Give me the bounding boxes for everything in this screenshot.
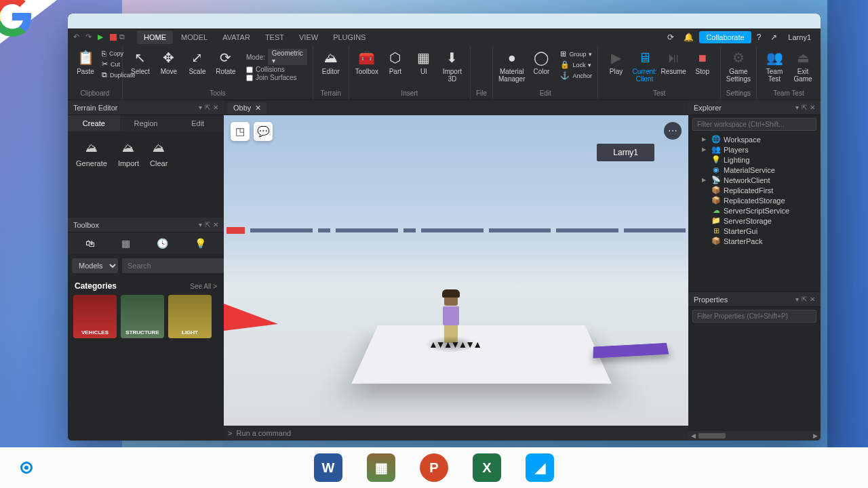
close-icon[interactable]: ✕ bbox=[810, 104, 815, 111]
pin-icon[interactable]: ⇱ bbox=[802, 296, 807, 303]
command-bar[interactable]: >Run a command bbox=[224, 426, 688, 441]
search-input[interactable] bbox=[122, 258, 226, 273]
explorer-filter-input[interactable] bbox=[692, 118, 816, 131]
terrain-editor-button[interactable]: ⛰Editor bbox=[319, 49, 343, 75]
pin-icon[interactable]: ⇱ bbox=[802, 104, 807, 111]
clear-button[interactable]: ⛰Clear bbox=[150, 141, 167, 167]
close-icon[interactable]: ✕ bbox=[213, 104, 218, 111]
explorer-tree[interactable]: ▶🌐Workspace▶👥Players💡Lighting◉MaterialSe… bbox=[688, 133, 821, 291]
viewport-menu-icon[interactable]: ⋯ bbox=[664, 122, 682, 140]
join-surfaces-checkbox[interactable]: Join Surfaces bbox=[246, 74, 307, 81]
tree-node[interactable]: 💡Lighting bbox=[691, 155, 818, 165]
terrain-tab-region[interactable]: Region bbox=[120, 115, 172, 131]
anchor-button[interactable]: ⚓Anchor bbox=[560, 70, 592, 81]
select-button[interactable]: ↖Select bbox=[128, 49, 153, 75]
tree-node[interactable]: 📦StarterPack bbox=[691, 236, 818, 246]
mode-selector[interactable]: Mode:Geometric ▾ bbox=[246, 49, 307, 65]
share-icon[interactable]: ↗ bbox=[770, 33, 777, 42]
rotate-button[interactable]: ⟳Rotate bbox=[214, 49, 238, 75]
collisions-checkbox[interactable]: Collisions bbox=[246, 66, 307, 73]
tree-node[interactable]: ◉MaterialService bbox=[691, 165, 818, 175]
taskbar-minecraft[interactable]: ▦ bbox=[367, 453, 395, 482]
play-button[interactable]: ▶Play bbox=[604, 49, 628, 75]
tab-view[interactable]: VIEW bbox=[292, 30, 325, 44]
chat-icon[interactable]: 💬 bbox=[254, 122, 273, 141]
part-button[interactable]: ⬡Part bbox=[383, 49, 408, 75]
undock-icon[interactable]: ▾ bbox=[795, 296, 799, 303]
models-dropdown[interactable]: Models bbox=[72, 258, 118, 273]
taskbar-roblox-studio[interactable]: ◢ bbox=[526, 453, 554, 482]
terrain-tab-create[interactable]: Create bbox=[68, 115, 120, 131]
username-label[interactable]: Larny1 bbox=[788, 33, 811, 41]
category-light[interactable]: LIGHT bbox=[168, 295, 212, 338]
pin-icon[interactable]: ⇱ bbox=[205, 221, 210, 228]
tree-node[interactable]: 📦ReplicatedStorage bbox=[691, 195, 818, 205]
scrollbar[interactable]: ◀▶ bbox=[688, 431, 821, 441]
undock-icon[interactable]: ▾ bbox=[199, 221, 202, 228]
pin-icon[interactable]: ⇱ bbox=[205, 104, 210, 111]
import-button[interactable]: ⛰Import bbox=[118, 141, 139, 167]
properties-header[interactable]: Properties▾⇱✕ bbox=[688, 292, 821, 307]
stop-rec-icon[interactable] bbox=[110, 34, 117, 41]
help-icon[interactable]: ? bbox=[757, 33, 762, 42]
undo-icon[interactable]: ↶ bbox=[73, 33, 83, 42]
ui-button[interactable]: ▦UI bbox=[412, 49, 436, 75]
notifications-icon[interactable]: 🔔 bbox=[684, 33, 694, 42]
inventory-tab-icon[interactable]: ▦ bbox=[121, 238, 130, 249]
tree-node[interactable]: ⊞StarterGui bbox=[691, 226, 818, 236]
lock-button[interactable]: 🔒Lock ▾ bbox=[560, 60, 592, 70]
scale-button[interactable]: ⤢Scale bbox=[185, 49, 210, 75]
collaborate-button[interactable]: Collaborate bbox=[699, 31, 751, 43]
see-all-link[interactable]: See All > bbox=[190, 283, 217, 290]
terrain-tab-edit[interactable]: Edit bbox=[172, 115, 224, 131]
toolbox-button[interactable]: 🧰Toolbox bbox=[355, 49, 379, 75]
viewport[interactable]: ◳ 💬 ⋯ Larny1 ▲▼▲▼▲▼▲ bbox=[224, 115, 688, 426]
taskbar-powerpoint[interactable]: P bbox=[420, 453, 448, 482]
move-button[interactable]: ✥Move bbox=[157, 49, 181, 75]
tree-node[interactable]: ▶📡NetworkClient bbox=[691, 175, 818, 185]
link-icon[interactable]: ⧉ bbox=[119, 33, 129, 42]
undock-icon[interactable]: ▾ bbox=[795, 104, 799, 111]
creations-tab-icon[interactable]: 💡 bbox=[195, 238, 206, 249]
close-icon[interactable]: ✕ bbox=[810, 296, 815, 303]
titlebar[interactable] bbox=[68, 14, 821, 28]
paste-button[interactable]: 📋Paste bbox=[73, 49, 98, 75]
current-client-button[interactable]: 🖥Current: Client bbox=[632, 49, 656, 83]
tree-node[interactable]: ☁ServerScriptService bbox=[691, 205, 818, 216]
import3d-button[interactable]: ⬇Import 3D bbox=[440, 49, 465, 83]
updates-icon[interactable]: ⟳ bbox=[667, 33, 674, 42]
tree-node[interactable]: ▶👥Players bbox=[691, 144, 818, 155]
game-settings-button[interactable]: ⚙Game Settings bbox=[726, 49, 751, 83]
taskbar-excel[interactable]: X bbox=[473, 453, 501, 482]
redo-icon[interactable]: ↷ bbox=[85, 33, 95, 42]
generate-button[interactable]: ⛰Generate bbox=[76, 141, 107, 167]
resume-button[interactable]: ⏯Resume bbox=[661, 49, 686, 75]
close-tab-icon[interactable]: ✕ bbox=[255, 104, 261, 113]
document-tab[interactable]: Obby✕ bbox=[228, 102, 267, 114]
explorer-header[interactable]: Explorer▾⇱✕ bbox=[688, 100, 821, 115]
team-test-button[interactable]: 👥Team Test bbox=[762, 49, 787, 83]
tree-node[interactable]: ▶🌐Workspace bbox=[691, 134, 818, 144]
tab-plugins[interactable]: PLUGINS bbox=[326, 30, 372, 44]
tab-test[interactable]: TEST bbox=[258, 30, 291, 44]
undock-icon[interactable]: ▾ bbox=[199, 104, 202, 111]
category-vehicles[interactable]: VEHICLES bbox=[73, 295, 117, 338]
roblox-icon[interactable]: ◳ bbox=[231, 122, 250, 141]
taskbar-word[interactable]: W bbox=[314, 453, 342, 482]
start-button[interactable] bbox=[20, 462, 33, 474]
group-button[interactable]: ⊞Group ▾ bbox=[560, 49, 592, 59]
stop-button[interactable]: ■Stop bbox=[690, 49, 715, 75]
color-button[interactable]: ◯Color bbox=[529, 49, 553, 75]
tab-model[interactable]: MODEL bbox=[174, 30, 214, 44]
category-structure[interactable]: STRUCTURE bbox=[121, 295, 164, 338]
material-button[interactable]: ●Material Manager bbox=[498, 49, 525, 83]
properties-filter-input[interactable] bbox=[692, 310, 816, 323]
recent-tab-icon[interactable]: 🕓 bbox=[157, 238, 168, 249]
exit-game-button[interactable]: ⏏Exit Game bbox=[791, 49, 815, 83]
close-icon[interactable]: ✕ bbox=[213, 221, 218, 228]
toolbox-header[interactable]: Toolbox▾⇱✕ bbox=[68, 218, 224, 232]
terrain-editor-header[interactable]: Terrain Editor▾⇱✕ bbox=[68, 100, 224, 115]
tree-node[interactable]: 📦ReplicatedFirst bbox=[691, 185, 818, 195]
play-icon[interactable]: ▶ bbox=[98, 33, 107, 42]
tab-home[interactable]: HOME bbox=[137, 30, 173, 44]
